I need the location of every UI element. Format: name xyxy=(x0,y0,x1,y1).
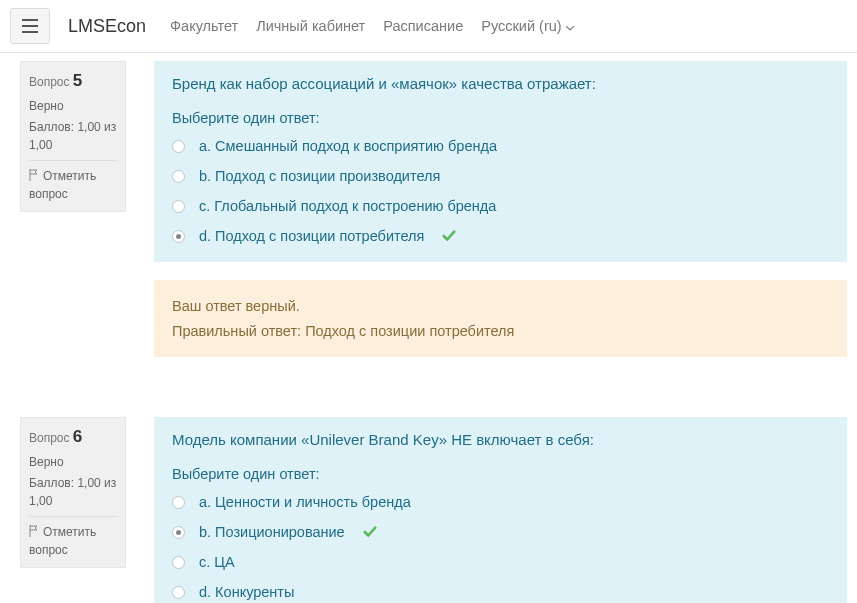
questions-list: Вопрос 5ВерноБаллов: 1,00 из 1,00Отметит… xyxy=(0,53,857,603)
answer-text: c. ЦА xyxy=(199,554,235,570)
question-row: Вопрос 5ВерноБаллов: 1,00 из 1,00Отметит… xyxy=(0,61,857,357)
feedback-box: Ваш ответ верный.Правильный ответ: Подхо… xyxy=(154,280,847,357)
question-body: Модель компании «Unilever Brand Key» НЕ … xyxy=(154,417,847,603)
check-icon xyxy=(442,229,456,243)
nav-link-language-label: Русский (ru) xyxy=(481,18,561,34)
radio-input[interactable] xyxy=(172,526,185,539)
answer-text: b. Подход с позиции производителя xyxy=(199,168,440,184)
radio-input[interactable] xyxy=(172,200,185,213)
answer-text: d. Подход с позиции потребителя xyxy=(199,228,424,244)
flag-icon xyxy=(29,525,43,539)
hamburger-icon xyxy=(22,19,38,33)
radio-input[interactable] xyxy=(172,170,185,183)
radio-input[interactable] xyxy=(172,496,185,509)
answer-option[interactable]: a. Смешанный подход к восприятию бренда xyxy=(172,136,829,156)
question-content: Бренд как набор ассоциаций и «маячок» ка… xyxy=(154,61,847,262)
question-label: Вопрос xyxy=(29,75,73,89)
feedback-line: Ваш ответ верный. xyxy=(172,294,829,319)
nav-link-schedule[interactable]: Расписание xyxy=(383,18,463,34)
answers-list: a. Смешанный подход к восприятию брендаb… xyxy=(172,136,829,246)
answer-option[interactable]: c. Глобальный подход к построению бренда xyxy=(172,196,829,216)
question-prompt: Выберите один ответ: xyxy=(172,110,829,126)
nav-link-dashboard[interactable]: Личный кабинет xyxy=(256,18,365,34)
question-prompt: Выберите один ответ: xyxy=(172,466,829,482)
question-label: Вопрос xyxy=(29,431,73,445)
radio-input[interactable] xyxy=(172,556,185,569)
nav-link-language[interactable]: Русский (ru) xyxy=(481,18,573,34)
question-status: Верно xyxy=(29,453,117,471)
question-number: 5 xyxy=(73,71,82,90)
answer-text: d. Конкуренты xyxy=(199,584,294,600)
answer-text: a. Смешанный подход к восприятию бренда xyxy=(199,138,497,154)
feedback-correct-answer: Правильный ответ: Подход с позиции потре… xyxy=(172,319,829,344)
flag-question-button[interactable]: Отметить вопрос xyxy=(29,160,117,203)
question-info-card: Вопрос 5ВерноБаллов: 1,00 из 1,00Отметит… xyxy=(20,61,126,212)
radio-input[interactable] xyxy=(172,586,185,599)
answers-list: a. Ценности и личность брендаb. Позицион… xyxy=(172,492,829,603)
question-body: Бренд как набор ассоциаций и «маячок» ка… xyxy=(154,61,847,357)
brand-title[interactable]: LMSEcon xyxy=(68,16,146,37)
answer-option[interactable]: c. ЦА xyxy=(172,552,829,572)
answer-option[interactable]: b. Подход с позиции производителя xyxy=(172,166,829,186)
question-number: 6 xyxy=(73,427,82,446)
question-row: Вопрос 6ВерноБаллов: 1,00 из 1,00Отметит… xyxy=(0,417,857,603)
question-text: Модель компании «Unilever Brand Key» НЕ … xyxy=(172,431,829,448)
caret-down-icon xyxy=(566,18,574,34)
answer-text: b. Позиционирование xyxy=(199,524,345,540)
answer-option[interactable]: d. Конкуренты xyxy=(172,582,829,602)
answer-option[interactable]: d. Подход с позиции потребителя xyxy=(172,226,829,246)
question-text: Бренд как набор ассоциаций и «маячок» ка… xyxy=(172,75,829,92)
question-status: Верно xyxy=(29,97,117,115)
radio-input[interactable] xyxy=(172,140,185,153)
nav-link-faculty[interactable]: Факультет xyxy=(170,18,238,34)
question-content: Модель компании «Unilever Brand Key» НЕ … xyxy=(154,417,847,603)
question-score: Баллов: 1,00 из 1,00 xyxy=(29,118,117,154)
nav-toggle-button[interactable] xyxy=(10,8,50,44)
answer-option[interactable]: a. Ценности и личность бренда xyxy=(172,492,829,512)
answer-option[interactable]: b. Позиционирование xyxy=(172,522,829,542)
navbar: LMSEcon Факультет Личный кабинет Расписа… xyxy=(0,0,857,53)
radio-input[interactable] xyxy=(172,230,185,243)
question-info-card: Вопрос 6ВерноБаллов: 1,00 из 1,00Отметит… xyxy=(20,417,126,568)
answer-text: a. Ценности и личность бренда xyxy=(199,494,411,510)
check-icon xyxy=(363,525,377,539)
flag-icon xyxy=(29,169,43,183)
answer-text: c. Глобальный подход к построению бренда xyxy=(199,198,496,214)
flag-question-button[interactable]: Отметить вопрос xyxy=(29,516,117,559)
question-score: Баллов: 1,00 из 1,00 xyxy=(29,474,117,510)
